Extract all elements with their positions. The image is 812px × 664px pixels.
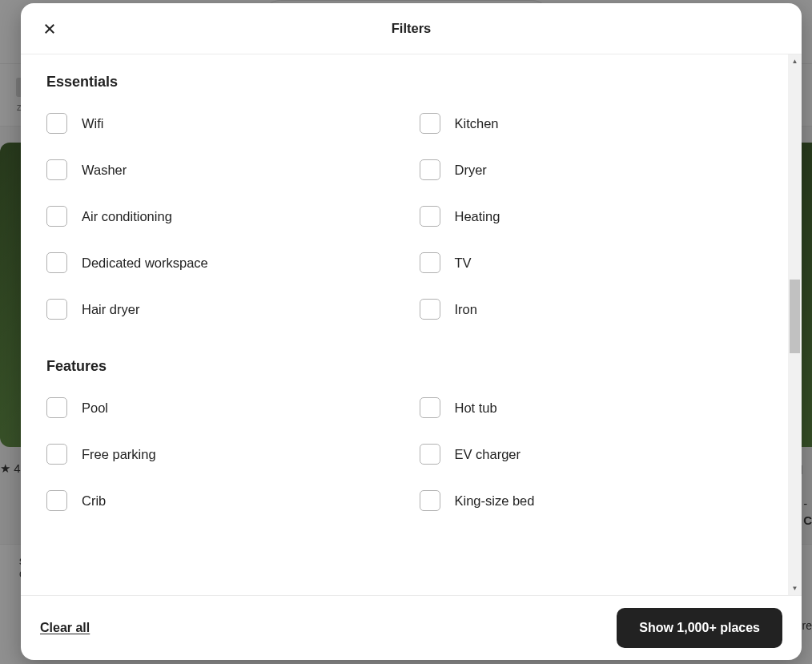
checkbox-item[interactable]: Crib bbox=[46, 490, 404, 511]
checkbox-box[interactable] bbox=[46, 490, 67, 511]
show-places-button[interactable]: Show 1,000+ places bbox=[617, 608, 782, 648]
checkbox-label: EV charger bbox=[455, 447, 521, 462]
checkbox-item[interactable]: Kitchen bbox=[420, 113, 777, 134]
checkbox-label: Washer bbox=[82, 163, 127, 178]
checkbox-item[interactable]: Dryer bbox=[420, 159, 777, 180]
filters-modal: Filters Essentials WifiKitchenWasherDrye… bbox=[21, 3, 802, 660]
scrollbar-thumb[interactable] bbox=[790, 280, 800, 353]
checkbox-label: Dryer bbox=[455, 163, 487, 178]
section-title: Features bbox=[46, 358, 776, 375]
close-button[interactable] bbox=[37, 16, 62, 42]
checkbox-item[interactable]: Hot tub bbox=[420, 397, 777, 418]
checkbox-item[interactable]: Dedicated workspace bbox=[46, 252, 404, 273]
checkbox-label: Wifi bbox=[82, 116, 104, 131]
scroll-down-arrow-icon[interactable]: ▼ bbox=[788, 582, 802, 595]
checkbox-box[interactable] bbox=[46, 299, 67, 320]
checkbox-box[interactable] bbox=[46, 252, 67, 273]
checkbox-box[interactable] bbox=[46, 444, 67, 465]
checkbox-label: King-size bed bbox=[455, 493, 535, 509]
checkbox-box[interactable] bbox=[420, 490, 440, 511]
checkbox-label: Pool bbox=[82, 400, 108, 416]
close-icon bbox=[42, 22, 57, 36]
checkbox-label: Iron bbox=[455, 302, 477, 317]
modal-title: Filters bbox=[392, 21, 432, 36]
checkbox-item[interactable]: Hair dryer bbox=[46, 299, 404, 320]
modal-body[interactable]: Essentials WifiKitchenWasherDryerAir con… bbox=[21, 54, 802, 595]
checkbox-box[interactable] bbox=[420, 206, 440, 227]
clear-all-button[interactable]: Clear all bbox=[40, 621, 90, 635]
checkbox-box[interactable] bbox=[420, 113, 440, 134]
checkbox-item[interactable]: Free parking bbox=[46, 444, 404, 465]
checkbox-label: Hair dryer bbox=[82, 302, 139, 317]
checkbox-label: Heating bbox=[455, 209, 500, 224]
checkbox-box[interactable] bbox=[420, 252, 440, 273]
checkbox-item[interactable]: TV bbox=[420, 252, 777, 273]
checkbox-label: Free parking bbox=[82, 447, 156, 462]
scroll-up-arrow-icon[interactable]: ▲ bbox=[788, 54, 802, 68]
checkbox-box[interactable] bbox=[420, 159, 440, 180]
checkbox-label: Crib bbox=[82, 493, 106, 509]
checkbox-box[interactable] bbox=[46, 113, 67, 134]
scrollbar-track[interactable]: ▲ ▼ bbox=[788, 54, 802, 595]
checkbox-label: Hot tub bbox=[455, 400, 497, 416]
checkbox-box[interactable] bbox=[420, 299, 440, 320]
checkbox-item[interactable]: King-size bed bbox=[420, 490, 777, 511]
checkbox-grid: WifiKitchenWasherDryerAir conditioningHe… bbox=[46, 113, 776, 320]
section-essentials: Essentials WifiKitchenWasherDryerAir con… bbox=[46, 74, 776, 320]
checkbox-grid: PoolHot tubFree parkingEV chargerCribKin… bbox=[46, 397, 776, 511]
checkbox-item[interactable]: Washer bbox=[46, 159, 404, 180]
section-title: Essentials bbox=[46, 74, 776, 91]
checkbox-item[interactable]: Iron bbox=[420, 299, 777, 320]
modal-footer: Clear all Show 1,000+ places bbox=[21, 595, 802, 660]
checkbox-item[interactable]: Pool bbox=[46, 397, 404, 418]
checkbox-box[interactable] bbox=[46, 159, 67, 180]
checkbox-label: Air conditioning bbox=[82, 209, 172, 224]
checkbox-label: Dedicated workspace bbox=[82, 256, 208, 271]
checkbox-label: TV bbox=[455, 256, 472, 271]
modal-header: Filters bbox=[21, 3, 802, 54]
checkbox-item[interactable]: Air conditioning bbox=[46, 206, 404, 227]
checkbox-box[interactable] bbox=[420, 444, 440, 465]
checkbox-box[interactable] bbox=[420, 397, 440, 418]
section-features: Features PoolHot tubFree parkingEV charg… bbox=[46, 358, 776, 511]
checkbox-item[interactable]: Heating bbox=[420, 206, 777, 227]
checkbox-label: Kitchen bbox=[455, 116, 499, 131]
checkbox-box[interactable] bbox=[46, 206, 67, 227]
checkbox-box[interactable] bbox=[46, 397, 67, 418]
checkbox-item[interactable]: EV charger bbox=[420, 444, 777, 465]
checkbox-item[interactable]: Wifi bbox=[46, 113, 404, 134]
